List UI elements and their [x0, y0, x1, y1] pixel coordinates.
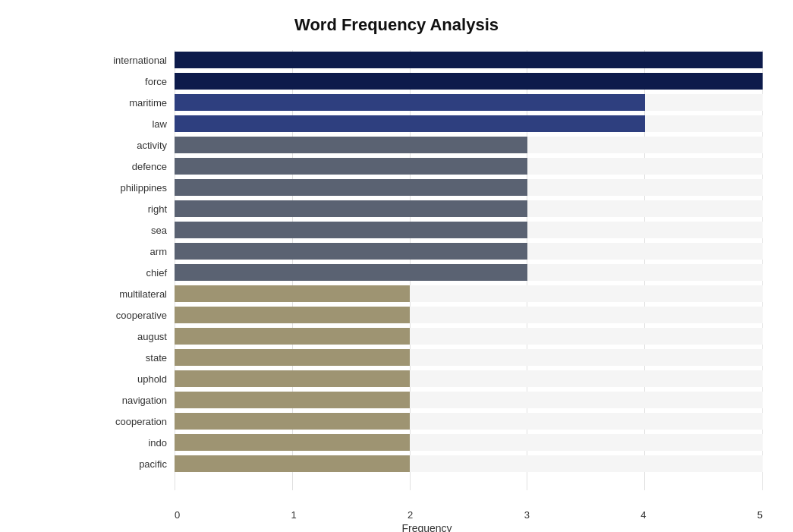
bar — [175, 413, 410, 430]
table-row: indo — [91, 433, 763, 452]
bar-label: pacific — [91, 458, 175, 470]
x-tick: 1 — [291, 509, 297, 521]
bar-wrapper — [175, 328, 763, 345]
bar-label: arm — [91, 246, 175, 257]
bar — [175, 328, 410, 345]
bar-wrapper — [175, 285, 763, 302]
table-row: state — [91, 348, 763, 367]
x-tick: 4 — [640, 509, 646, 521]
table-row: law — [91, 114, 763, 134]
table-row: chief — [91, 263, 763, 282]
bar-wrapper — [175, 115, 763, 132]
bar — [175, 349, 410, 366]
x-tick: 2 — [408, 509, 413, 521]
bar-wrapper — [175, 52, 763, 68]
bar — [175, 52, 763, 68]
bar — [175, 94, 645, 111]
bar-wrapper — [175, 349, 763, 366]
x-tick: 5 — [757, 509, 763, 521]
bar-label: chief — [91, 267, 175, 279]
bar-wrapper — [175, 392, 763, 408]
x-tick: 3 — [524, 509, 530, 521]
bar — [175, 73, 763, 90]
bar-label: activity — [91, 140, 175, 151]
bar-wrapper — [175, 307, 763, 323]
table-row: philippines — [91, 178, 763, 197]
table-row: cooperative — [91, 305, 763, 325]
bar-wrapper — [175, 222, 763, 238]
x-axis-label: Frequency — [91, 522, 763, 532]
bar — [175, 455, 410, 472]
bar — [175, 137, 527, 153]
bar-wrapper — [175, 158, 763, 175]
bars-container: internationalforcemaritimelawactivitydef… — [91, 50, 763, 474]
bar — [175, 285, 410, 302]
table-row: navigation — [91, 390, 763, 410]
bar-label: uphold — [91, 373, 175, 385]
table-row: international — [91, 50, 763, 70]
bar-label: maritime — [91, 97, 175, 109]
bar-label: right — [91, 203, 175, 215]
bar — [175, 370, 410, 387]
x-axis: 012345 — [175, 509, 763, 521]
table-row: uphold — [91, 369, 763, 389]
bar — [175, 179, 527, 196]
bar-label: international — [91, 55, 175, 66]
table-row: arm — [91, 241, 763, 261]
chart-title: Word Frequency Analysis — [30, 15, 763, 35]
table-row: force — [91, 71, 763, 91]
bar — [175, 392, 410, 408]
table-row: right — [91, 199, 763, 219]
bar-wrapper — [175, 179, 763, 196]
bar-wrapper — [175, 94, 763, 111]
table-row: august — [91, 326, 763, 346]
bar-wrapper — [175, 137, 763, 153]
bar — [175, 243, 527, 260]
bar-label: force — [91, 76, 175, 87]
bar-wrapper — [175, 370, 763, 387]
bar-wrapper — [175, 434, 763, 451]
table-row: cooperation — [91, 411, 763, 431]
bar-wrapper — [175, 200, 763, 217]
table-row: activity — [91, 135, 763, 155]
bar — [175, 200, 527, 217]
table-row: pacific — [91, 454, 763, 474]
table-row: maritime — [91, 93, 763, 112]
bar-label: cooperation — [91, 416, 175, 427]
bar-wrapper — [175, 264, 763, 281]
bar-label: cooperative — [91, 310, 175, 321]
bar-wrapper — [175, 243, 763, 260]
bar-label: august — [91, 331, 175, 342]
bar-label: navigation — [91, 395, 175, 406]
bar-label: philippines — [91, 182, 175, 194]
table-row: sea — [91, 220, 763, 240]
bar — [175, 222, 527, 238]
chart-container: Word Frequency Analysis internationalfor… — [0, 0, 793, 532]
bar-label: state — [91, 352, 175, 364]
bar — [175, 307, 410, 323]
bar-label: law — [91, 118, 175, 130]
table-row: multilateral — [91, 284, 763, 304]
x-tick: 0 — [175, 509, 180, 521]
chart-area: internationalforcemaritimelawactivitydef… — [91, 50, 763, 490]
bar-label: sea — [91, 225, 175, 236]
bar-label: indo — [91, 437, 175, 449]
bar — [175, 264, 527, 281]
bar-wrapper — [175, 73, 763, 90]
bar — [175, 434, 410, 451]
bar — [175, 158, 527, 175]
bar-label: defence — [91, 161, 175, 172]
bar-label: multilateral — [91, 288, 175, 300]
bar-wrapper — [175, 455, 763, 472]
table-row: defence — [91, 156, 763, 176]
bar-wrapper — [175, 413, 763, 430]
bar — [175, 115, 645, 132]
